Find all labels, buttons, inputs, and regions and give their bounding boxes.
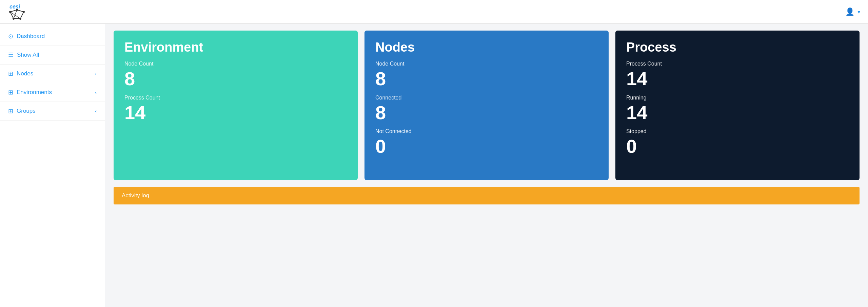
nodes-connected-label: Connected bbox=[375, 95, 598, 101]
sidebar-item-label: Groups bbox=[17, 108, 36, 114]
svg-line-1 bbox=[10, 10, 17, 12]
user-icon: 👤 bbox=[845, 7, 854, 16]
cards-row: Environment Node Count 8 Process Count 1… bbox=[114, 31, 860, 180]
sidebar-item-groups[interactable]: ⊞ Groups ‹ bbox=[0, 102, 105, 121]
process-card-title: Process bbox=[626, 40, 849, 55]
cesi-logo: cesi bbox=[7, 2, 27, 21]
svg-point-10 bbox=[23, 11, 25, 13]
user-chevron-icon: ▼ bbox=[856, 9, 861, 15]
sidebar-item-label: Show All bbox=[17, 52, 39, 58]
environment-process-count-value: 14 bbox=[124, 102, 347, 123]
svg-point-12 bbox=[13, 18, 15, 20]
sidebar: ⊙ Dashboard ☰ Show All ⊞ Nodes ‹ ⊞ Envir… bbox=[0, 24, 105, 307]
sidebar-item-label: Dashboard bbox=[17, 33, 45, 40]
process-running-label: Running bbox=[626, 95, 849, 101]
sidebar-item-show-all[interactable]: ☰ Show All bbox=[0, 46, 105, 65]
user-menu[interactable]: 👤 ▼ bbox=[845, 7, 861, 16]
nodes-connected-value: 8 bbox=[375, 102, 598, 123]
environment-card-title: Environment bbox=[124, 40, 347, 55]
dashboard-icon: ⊙ bbox=[8, 33, 13, 40]
process-count-value: 14 bbox=[626, 68, 849, 89]
sidebar-item-label: Environments bbox=[17, 89, 52, 96]
logo: cesi bbox=[7, 2, 27, 21]
process-running-value: 14 bbox=[626, 102, 849, 123]
environment-card: Environment Node Count 8 Process Count 1… bbox=[114, 31, 358, 180]
nodes-node-count-label: Node Count bbox=[375, 61, 598, 67]
environment-node-count-value: 8 bbox=[124, 68, 347, 89]
process-stopped-label: Stopped bbox=[626, 128, 849, 134]
nodes-icon: ⊞ bbox=[8, 70, 13, 77]
environment-node-count-label: Node Count bbox=[124, 61, 347, 67]
nodes-node-count-value: 8 bbox=[375, 68, 598, 89]
svg-text:cesi: cesi bbox=[9, 4, 20, 10]
nodes-not-connected-value: 0 bbox=[375, 136, 598, 157]
nodes-chevron-icon: ‹ bbox=[95, 71, 97, 76]
sidebar-item-label: Nodes bbox=[17, 70, 33, 77]
main-layout: ⊙ Dashboard ☰ Show All ⊞ Nodes ‹ ⊞ Envir… bbox=[0, 24, 868, 307]
sidebar-item-dashboard[interactable]: ⊙ Dashboard bbox=[0, 27, 105, 46]
environment-process-count-label: Process Count bbox=[124, 95, 347, 101]
nodes-card-title: Nodes bbox=[375, 40, 598, 55]
svg-line-2 bbox=[17, 10, 24, 12]
nodes-card: Nodes Node Count 8 Connected 8 Not Conne… bbox=[364, 31, 609, 180]
environments-icon: ⊞ bbox=[8, 89, 13, 96]
environments-chevron-icon: ‹ bbox=[95, 90, 97, 95]
process-stopped-value: 0 bbox=[626, 136, 849, 157]
groups-chevron-icon: ‹ bbox=[95, 108, 97, 114]
svg-point-8 bbox=[9, 11, 11, 13]
groups-icon: ⊞ bbox=[8, 107, 13, 115]
svg-point-11 bbox=[19, 18, 21, 20]
process-count-label: Process Count bbox=[626, 61, 849, 67]
svg-point-9 bbox=[16, 9, 18, 11]
process-card: Process Process Count 14 Running 14 Stop… bbox=[615, 31, 860, 180]
show-all-icon: ☰ bbox=[8, 51, 14, 59]
content-area: Environment Node Count 8 Process Count 1… bbox=[105, 24, 868, 307]
nodes-not-connected-label: Not Connected bbox=[375, 128, 598, 134]
svg-line-3 bbox=[20, 12, 24, 19]
activity-log-label: Activity log bbox=[122, 192, 149, 199]
sidebar-item-nodes[interactable]: ⊞ Nodes ‹ bbox=[0, 65, 105, 83]
activity-log-bar: Activity log bbox=[114, 187, 860, 204]
navbar: cesi 👤 ▼ bbox=[0, 0, 868, 24]
sidebar-item-environments[interactable]: ⊞ Environments ‹ bbox=[0, 83, 105, 102]
